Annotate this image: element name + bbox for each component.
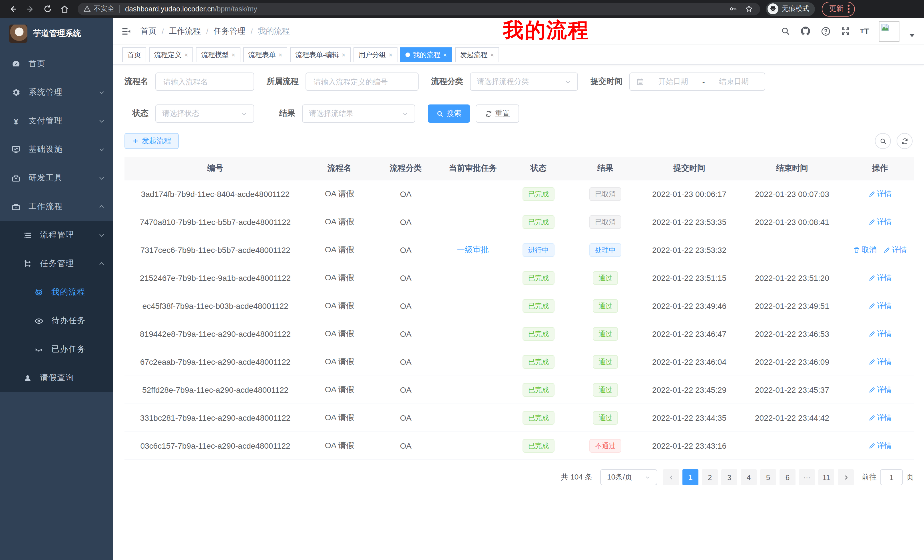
github-icon[interactable] — [800, 26, 811, 36]
sidebar-item-todo-tasks[interactable]: 待办任务 — [0, 307, 113, 335]
breadcrumb-task-mgmt[interactable]: 任务管理 — [214, 26, 246, 36]
sidebar-item-done-tasks[interactable]: 已办任务 — [0, 335, 113, 364]
start-process-button[interactable]: 发起流程 — [124, 133, 179, 149]
detail-link[interactable]: 详情 — [868, 329, 892, 339]
edit-icon — [868, 302, 875, 309]
tab-process-model[interactable]: 流程模型× — [196, 47, 240, 62]
detail-link[interactable]: 详情 — [868, 413, 892, 423]
url-bar[interactable]: 不安全 dashboard.yudao.iocoder.cn /bpm/task… — [78, 3, 760, 15]
close-icon[interactable]: × — [443, 48, 447, 61]
sidebar-item-infra[interactable]: 基础设施 — [0, 135, 113, 164]
page-button-1[interactable]: 1 — [682, 469, 698, 485]
page-content: 流程名 所属流程 流程分类 请选择流程分类 — [113, 64, 924, 560]
close-icon[interactable]: × — [279, 48, 282, 61]
process-name-input[interactable] — [162, 77, 247, 87]
edit-icon — [868, 275, 875, 281]
detail-link[interactable]: 详情 — [884, 245, 907, 255]
status-select[interactable]: 请选择状态 — [155, 105, 254, 123]
result-badge: 不通过 — [590, 439, 621, 453]
detail-link[interactable]: 详情 — [868, 273, 892, 283]
sidebar-item-system[interactable]: 系统管理 — [0, 78, 113, 107]
sidebar: 芋道管理系统 首页 系统管理 ¥ 支付管理 — [0, 18, 113, 560]
security-label: 不安全 — [94, 4, 114, 14]
result-badge: 通过 — [593, 383, 618, 397]
cancel-link[interactable]: 取消 — [853, 245, 877, 255]
edit-icon — [868, 415, 875, 421]
page-button-6[interactable]: 6 — [780, 469, 795, 485]
close-icon[interactable]: × — [232, 48, 235, 61]
bookmark-star-icon[interactable] — [743, 3, 754, 15]
breadcrumb-workflow[interactable]: 工作流程 — [169, 26, 201, 36]
cell-id: 52ffd28e-7b9a-11ec-a290-acde48001122 — [124, 376, 306, 404]
close-icon[interactable]: × — [389, 48, 393, 61]
sidebar-item-process-mgmt[interactable]: 流程管理 — [0, 221, 113, 250]
cell-id: 331bc281-7b9a-11ec-a290-acde48001122 — [124, 404, 306, 432]
prev-page-button[interactable] — [663, 469, 679, 485]
key-icon[interactable] — [727, 3, 738, 15]
font-size-icon[interactable]: TT — [860, 27, 869, 35]
category-select[interactable]: 请选择流程分类 — [470, 72, 578, 91]
detail-link[interactable]: 详情 — [868, 357, 892, 367]
sidebar-collapse-icon[interactable] — [121, 26, 131, 36]
tab-home[interactable]: 首页 — [122, 47, 146, 62]
tab-process-form[interactable]: 流程表单× — [243, 47, 288, 62]
close-icon[interactable]: × — [184, 48, 188, 61]
sidebar-item-devtools[interactable]: 研发工具 — [0, 164, 113, 192]
page-button-5[interactable]: 5 — [760, 469, 776, 485]
back-icon[interactable] — [6, 1, 21, 16]
current-task-link[interactable]: 一级审批 — [457, 245, 489, 255]
col-status: 状态 — [507, 157, 570, 180]
detail-link[interactable]: 详情 — [868, 189, 892, 199]
result-badge: 处理中 — [590, 243, 621, 257]
sidebar-item-leave-query[interactable]: 请假查询 — [0, 364, 113, 392]
owner-process-input[interactable] — [312, 77, 412, 87]
sidebar-item-payment[interactable]: ¥ 支付管理 — [0, 107, 113, 135]
table-refresh-button[interactable] — [897, 133, 913, 149]
tab-user-group[interactable]: 用户分组× — [354, 47, 398, 62]
table-search-button[interactable] — [875, 133, 891, 149]
detail-link[interactable]: 详情 — [868, 217, 892, 227]
search-button[interactable]: 搜索 — [428, 105, 470, 123]
table-row: 331bc281-7b9a-11ec-a290-acde48001122 OA … — [124, 404, 914, 432]
sidebar-item-task-mgmt[interactable]: 任务管理 — [0, 250, 113, 278]
next-page-button[interactable] — [838, 469, 854, 485]
detail-link[interactable]: 详情 — [868, 441, 892, 451]
result-badge: 已取消 — [590, 215, 621, 229]
tab-my-process[interactable]: 我的流程× — [400, 47, 452, 62]
avatar[interactable] — [879, 21, 900, 41]
home-icon[interactable] — [57, 1, 72, 16]
app-logo-row[interactable]: 芋道管理系统 — [0, 18, 113, 49]
sidebar-item-my-process[interactable]: 我的流程 — [0, 278, 113, 307]
goto-page-input[interactable] — [883, 472, 900, 482]
detail-link[interactable]: 详情 — [868, 301, 892, 311]
reset-button[interactable]: 重置 — [476, 105, 519, 123]
col-end-time: 结束时间 — [738, 157, 846, 180]
search-icon[interactable] — [781, 26, 790, 36]
fullscreen-icon[interactable] — [841, 26, 850, 36]
close-icon[interactable]: × — [490, 48, 494, 61]
submit-time-range[interactable]: 开始日期 - 结束日期 — [629, 72, 765, 91]
page-more-button[interactable]: ··· — [799, 469, 815, 485]
page-button-3[interactable]: 3 — [721, 469, 737, 485]
page-button-11[interactable]: 11 — [818, 469, 834, 485]
help-icon[interactable] — [820, 26, 831, 36]
result-select[interactable]: 请选择流结果 — [302, 105, 415, 123]
sidebar-item-workflow[interactable]: 工作流程 — [0, 192, 113, 221]
page-button-2[interactable]: 2 — [702, 469, 718, 485]
list-tree-icon — [23, 231, 32, 240]
close-icon[interactable]: × — [342, 48, 345, 61]
update-button[interactable]: 更新 — [822, 1, 855, 16]
tab-process-form-edit[interactable]: 流程表单-编辑× — [290, 47, 351, 62]
tab-start-process[interactable]: 发起流程× — [455, 47, 499, 62]
detail-link[interactable]: 详情 — [868, 385, 892, 395]
owner-process-label: 所属流程 — [267, 76, 298, 87]
avatar-caret-icon[interactable] — [909, 33, 915, 37]
forward-icon[interactable] — [23, 1, 38, 16]
breadcrumb-home[interactable]: 首页 — [141, 26, 156, 36]
tab-process-definition[interactable]: 流程定义× — [149, 47, 193, 62]
cell-id: 03c6c157-7b9a-11ec-a290-acde48001122 — [124, 432, 306, 460]
sidebar-item-home[interactable]: 首页 — [0, 49, 113, 78]
page-size-select[interactable]: 10条/页 — [600, 469, 657, 485]
reload-icon[interactable] — [40, 1, 55, 16]
page-button-4[interactable]: 4 — [741, 469, 757, 485]
